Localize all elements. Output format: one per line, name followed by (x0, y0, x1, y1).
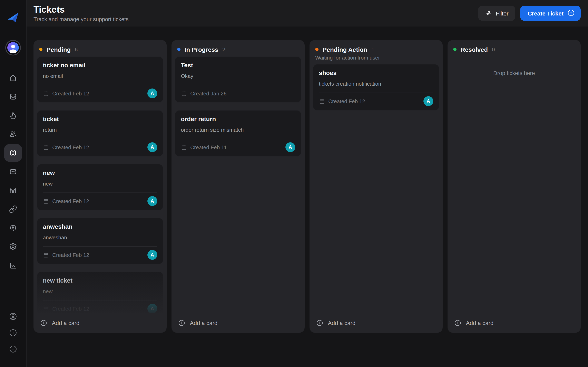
card-description: anweshan (43, 234, 157, 241)
status-dot (315, 48, 319, 51)
chart-icon (9, 261, 17, 269)
sidebar-item-flame[interactable] (4, 106, 22, 124)
card-footer: Created Feb 12 A (43, 304, 157, 313)
sidebar-item-home[interactable] (4, 69, 22, 87)
card-description: order return size mismatch (181, 126, 295, 133)
sidebar-item-inbox[interactable] (4, 88, 22, 106)
card-title: new (43, 169, 157, 176)
column-title: In Progress (185, 46, 218, 53)
user-circle-icon (9, 312, 17, 320)
assignee-avatar: A (147, 89, 157, 98)
add-card-button[interactable]: Add a card (448, 313, 581, 333)
cards-drop-area[interactable]: Drop tickets here (448, 56, 581, 313)
inbox-icon (9, 92, 17, 101)
assignee-avatar: A (147, 142, 157, 152)
sidebar-item-minus-circle[interactable] (5, 342, 21, 356)
card-created-date: Created Feb 12 (52, 198, 89, 204)
plus-circle-icon (454, 319, 461, 327)
card-created-date: Created Feb 12 (52, 306, 89, 312)
column-title: Resolved (461, 46, 488, 53)
kanban-board: Pending 6 ticket no email no email Creat… (26, 26, 588, 367)
user-avatar[interactable] (5, 40, 21, 55)
assignee-avatar: A (285, 142, 295, 152)
home-icon (9, 74, 17, 82)
ticket-card[interactable]: anweshan anweshan Created Feb 12 A (37, 218, 163, 264)
filter-button[interactable]: Filter (478, 6, 515, 21)
card-description: no email (43, 73, 157, 80)
add-card-button[interactable]: Add a card (310, 313, 443, 333)
calendar-icon (43, 144, 49, 150)
add-card-button[interactable]: Add a card (172, 313, 305, 333)
status-dot (453, 48, 457, 51)
app-logo[interactable] (6, 10, 20, 24)
card-divider (43, 192, 157, 193)
add-card-label: Add a card (328, 320, 355, 326)
column-count: 6 (75, 46, 78, 52)
sidebar-item-users[interactable] (4, 125, 22, 143)
card-title: Test (181, 62, 295, 69)
sidebar-item-chart[interactable] (4, 257, 22, 275)
calendar-icon (181, 90, 187, 96)
card-title: anweshan (43, 223, 157, 230)
cards-drop-area[interactable]: shoes tickets creation notification Crea… (310, 64, 443, 313)
add-card-label: Add a card (466, 320, 493, 326)
card-description: new (43, 180, 157, 187)
cards-drop-area[interactable]: Test Okay Created Jan 26 order return or… (172, 56, 305, 313)
sliders-icon (485, 9, 492, 17)
card-created-date: Created Feb 12 (52, 90, 89, 96)
calendar-icon (43, 198, 49, 204)
sidebar-item-info[interactable] (5, 325, 21, 340)
ticket-card[interactable]: order return order return size mismatch … (175, 110, 301, 157)
calendar-icon (319, 98, 325, 104)
ticket-card[interactable]: shoes tickets creation notification Crea… (313, 64, 439, 110)
card-title: ticket (43, 115, 157, 123)
cards-drop-area[interactable]: ticket no email no email Created Feb 12 … (34, 56, 167, 313)
users-icon (9, 130, 17, 138)
sidebar-item-store[interactable] (4, 182, 22, 200)
ticket-icon (9, 149, 17, 157)
card-footer: Created Feb 12 A (43, 196, 157, 206)
card-footer: Created Feb 12 A (319, 96, 433, 106)
column-title: Pending (47, 46, 71, 53)
sidebar-item-user-circle[interactable] (5, 309, 21, 324)
page-title: Tickets (34, 4, 129, 15)
add-card-button[interactable]: Add a card (34, 313, 167, 333)
column-resolved: Resolved 0 Drop tickets here Add a card (448, 40, 581, 333)
sidebar-item-mail[interactable] (4, 163, 22, 181)
ticket-card[interactable]: ticket no email no email Created Feb 12 … (37, 56, 163, 103)
card-divider (43, 139, 157, 139)
ticket-card[interactable]: ticket return Created Feb 12 A (37, 110, 163, 157)
filter-button-label: Filter (496, 10, 508, 17)
ticket-card[interactable]: Test Okay Created Jan 26 (175, 56, 301, 103)
card-title: order return (181, 115, 295, 123)
card-description: return (43, 126, 157, 133)
card-title: ticket no email (43, 62, 157, 69)
main-area: Tickets Track and manage your support ti… (26, 0, 588, 367)
link-icon (9, 205, 17, 213)
column-pending: Pending 6 ticket no email no email Creat… (34, 40, 167, 333)
card-description: new (43, 288, 157, 295)
card-divider (43, 85, 157, 85)
card-divider (43, 300, 157, 300)
card-created-date: Created Jan 26 (190, 90, 227, 96)
sidebar-item-ticket[interactable] (4, 144, 22, 162)
ticket-card[interactable]: new new Created Feb 12 A (37, 164, 163, 210)
sidebar-item-link[interactable] (4, 200, 22, 218)
card-created-date: Created Feb 12 (52, 252, 89, 258)
sidebar-bottom-nav (5, 309, 21, 356)
card-description: tickets creation notification (319, 80, 433, 87)
sidebar-item-plug[interactable] (4, 219, 22, 237)
card-description: Okay (181, 73, 295, 80)
minus-circle-icon (9, 345, 17, 353)
ticket-card[interactable]: new ticket new Created Feb 12 A (37, 272, 163, 313)
settings-icon (9, 243, 17, 251)
avatar-gradient (7, 42, 19, 53)
card-title: new ticket (43, 277, 157, 284)
create-ticket-button[interactable]: Create Ticket (520, 6, 581, 21)
sidebar-item-settings[interactable] (4, 238, 22, 256)
flame-icon (9, 111, 17, 119)
card-created-date: Created Feb 12 (328, 98, 365, 104)
card-created-date: Created Feb 12 (52, 144, 89, 150)
column-in-progress: In Progress 2 Test Okay Created Jan 26 o… (172, 40, 305, 333)
card-footer: Created Feb 11 A (181, 142, 295, 152)
